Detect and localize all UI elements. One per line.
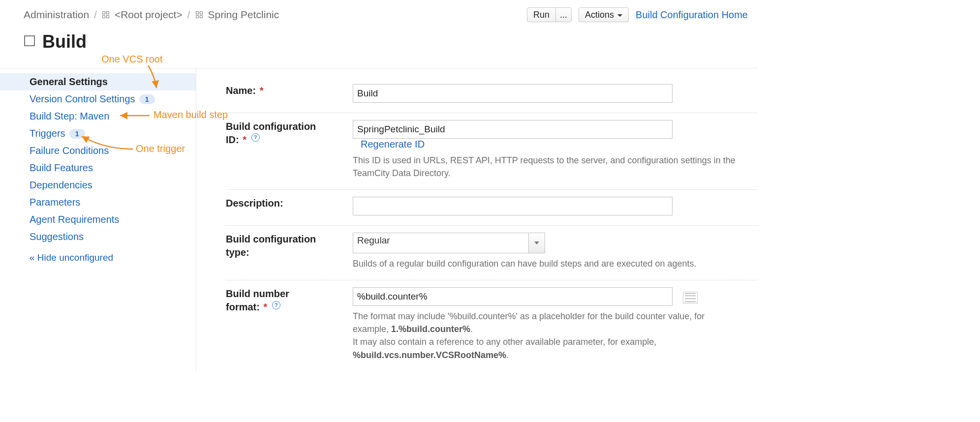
page-title: Build <box>42 31 87 52</box>
sidebar-item-build-features[interactable]: Build Features <box>0 159 196 177</box>
sidebar-item-label: Suggestions <box>30 231 84 242</box>
sidebar-item-agent-requirements[interactable]: Agent Requirements <box>0 211 196 228</box>
field-label: Description: <box>226 197 353 210</box>
svg-rect-3 <box>106 16 109 18</box>
breadcrumb-sep: / <box>94 9 97 21</box>
select-value: Regular <box>353 233 529 253</box>
form-row-type: Build configuration type: Regular Builds… <box>226 226 758 280</box>
sidebar: General Settings Version Control Setting… <box>0 68 196 371</box>
svg-rect-8 <box>25 36 34 46</box>
help-text: This ID is used in URLs, REST API, HTTP … <box>353 154 738 180</box>
build-config-id-input[interactable] <box>353 120 673 139</box>
form-row-description: Description: <box>226 190 758 226</box>
breadcrumb: Administration / <Root project> / Spring… <box>24 9 279 21</box>
help-text: Builds of a regular build configuration … <box>353 257 738 270</box>
sidebar-item-label: General Settings <box>30 76 108 88</box>
svg-rect-1 <box>106 12 109 14</box>
sidebar-item-label: Build Step: Maven <box>30 111 109 122</box>
svg-rect-6 <box>196 16 198 18</box>
project-icon <box>102 11 110 19</box>
sidebar-badge: 1 <box>139 94 155 104</box>
general-settings-form: Name: * Build configuration ID: * ? Rege… <box>196 68 758 371</box>
field-label: Build configuration type: <box>226 233 353 259</box>
title-row: Build <box>0 25 758 68</box>
sidebar-item-general-settings[interactable]: General Settings <box>0 73 196 90</box>
form-row-id: Build configuration ID: * ? Regenerate I… <box>226 113 758 190</box>
topbar: Administration / <Root project> / Spring… <box>0 0 758 25</box>
build-number-format-input[interactable] <box>353 287 673 306</box>
sidebar-item-label: Version Control Settings <box>30 93 135 105</box>
sidebar-badge: 1 <box>69 129 85 139</box>
required-marker: * <box>263 301 267 312</box>
svg-rect-4 <box>196 12 198 14</box>
svg-rect-0 <box>102 12 105 14</box>
form-row-name: Name: * <box>226 77 758 113</box>
run-button[interactable]: Run <box>527 7 556 22</box>
breadcrumb-sep: / <box>187 9 190 21</box>
build-config-icon <box>24 35 35 49</box>
required-marker: * <box>243 134 246 145</box>
required-marker: * <box>260 85 264 96</box>
header-actions: Run ... Actions Build Configuration Home <box>527 7 758 22</box>
form-row-build-number: Build number format: * ? The format may … <box>226 280 758 371</box>
sidebar-item-build-step[interactable]: Build Step: Maven <box>0 108 196 125</box>
breadcrumb-root[interactable]: <Root project> <box>115 9 183 21</box>
regenerate-id-link[interactable]: Regenerate ID <box>361 139 425 150</box>
sidebar-item-label: Parameters <box>30 197 80 208</box>
svg-rect-5 <box>200 12 202 14</box>
sidebar-item-label: Triggers <box>30 128 65 139</box>
svg-rect-2 <box>102 16 105 18</box>
sidebar-item-suggestions[interactable]: Suggestions <box>0 228 196 245</box>
help-icon[interactable]: ? <box>251 133 260 142</box>
build-config-home-link[interactable]: Build Configuration Home <box>636 9 748 21</box>
sidebar-item-label: Dependencies <box>30 180 92 191</box>
sidebar-item-label: Build Features <box>30 162 93 174</box>
description-input[interactable] <box>353 197 673 215</box>
build-config-type-select[interactable]: Regular <box>353 233 545 253</box>
svg-rect-7 <box>200 16 202 18</box>
sidebar-item-dependencies[interactable]: Dependencies <box>0 177 196 194</box>
sidebar-item-parameters[interactable]: Parameters <box>0 194 196 211</box>
hide-unconfigured-link[interactable]: « Hide unconfigured <box>0 245 196 263</box>
breadcrumb-admin[interactable]: Administration <box>24 9 89 21</box>
breadcrumb-project[interactable]: Spring Petclinic <box>208 9 279 21</box>
sidebar-item-failure-conditions[interactable]: Failure Conditions <box>0 142 196 159</box>
project-icon <box>195 11 203 19</box>
actions-button[interactable]: Actions <box>579 7 629 22</box>
chevron-down-icon <box>617 14 622 17</box>
field-label: Build number format: * ? <box>226 287 353 314</box>
edit-multiline-icon[interactable] <box>683 292 698 303</box>
sidebar-item-label: Failure Conditions <box>30 145 109 156</box>
run-more-button[interactable]: ... <box>555 7 572 22</box>
sidebar-item-label: Agent Requirements <box>30 214 119 225</box>
help-text: The format may include '%build.counter%'… <box>353 310 738 361</box>
help-icon[interactable]: ? <box>272 301 280 309</box>
chevron-down-icon[interactable] <box>529 233 545 253</box>
field-label: Build configuration ID: * ? <box>226 120 353 147</box>
sidebar-item-triggers[interactable]: Triggers 1 <box>0 125 196 142</box>
field-label: Name: * <box>226 84 353 97</box>
sidebar-item-vcs-settings[interactable]: Version Control Settings 1 <box>0 90 196 108</box>
name-input[interactable] <box>353 84 673 103</box>
